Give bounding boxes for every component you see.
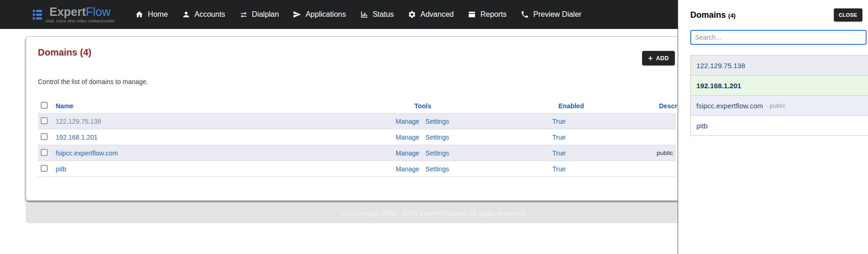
plus-icon: + <box>648 55 653 62</box>
domain-search-input[interactable] <box>690 30 867 45</box>
add-button[interactable]: + ADD <box>642 51 675 65</box>
nav-item-label: Accounts <box>195 10 225 19</box>
domains-card: Domains (4) + ADD Control the list of do… <box>26 36 687 201</box>
domain-switcher-panel: Domains (4) CLOSE 122.129.75.138 192.168… <box>678 0 868 254</box>
phone-icon <box>521 10 529 19</box>
exchange-arrows-icon <box>239 10 248 19</box>
home-icon <box>135 10 144 19</box>
window-icon <box>468 10 476 19</box>
nav-item-label: Advanced <box>420 10 454 19</box>
description-cell: public <box>655 149 676 156</box>
nav-item-applications[interactable]: Applications <box>293 10 346 19</box>
column-header-name: Name <box>56 102 396 110</box>
row-checkbox[interactable] <box>41 117 48 124</box>
nav-item-home[interactable]: Home <box>135 10 168 19</box>
domain-name-link[interactable]: pitb <box>56 165 396 173</box>
panel-count: (4) <box>728 12 736 19</box>
panel-header: Domains (4) CLOSE <box>690 8 862 21</box>
page-subtitle: Control the list of domains to manage. <box>38 78 148 85</box>
settings-link[interactable]: Settings <box>426 165 449 173</box>
brand-tagline: chat, voice and video contactcenter <box>45 19 115 23</box>
settings-link[interactable]: Settings <box>426 149 449 157</box>
column-header-enabled: Enabled <box>552 102 655 110</box>
nav-menu: Home Accounts Dialplan Applications Stat… <box>135 10 581 19</box>
nav-item-dialplan[interactable]: Dialplan <box>239 10 279 19</box>
nav-item-label: Status <box>373 10 394 19</box>
domain-list-item[interactable]: fsipcc.expertflow.com - public <box>691 96 868 116</box>
nav-item-label: Dialplan <box>252 10 279 19</box>
nav-item-label: Reports <box>480 10 506 19</box>
domain-list-item-selected[interactable]: 192.168.1.201 <box>691 76 868 96</box>
domain-list-item-label: pitb <box>696 122 708 130</box>
copyright-text: © Copyright 2008 - 2024 expertflow.com A… <box>341 209 526 217</box>
row-checkbox[interactable] <box>41 149 48 156</box>
paper-plane-icon <box>293 10 301 19</box>
nav-item-reports[interactable]: Reports <box>468 10 506 19</box>
manage-link[interactable]: Manage <box>396 118 420 125</box>
table-row: pitb Manage Settings True <box>38 161 676 177</box>
nav-item-preview-dialer[interactable]: Preview Dialer <box>521 10 581 19</box>
domain-list-item[interactable]: pitb <box>691 116 868 136</box>
domains-table: Name Tools Enabled Description 122.129.7… <box>38 99 676 177</box>
domain-list: 122.129.75.138 192.168.1.201 fsipcc.expe… <box>690 55 868 136</box>
brand-list-icon <box>33 10 42 20</box>
nav-item-accounts[interactable]: Accounts <box>182 10 225 19</box>
page-title: Domains (4) <box>38 47 91 58</box>
domain-list-item-label: fsipcc.expertflow.com <box>696 102 763 110</box>
column-header-tools: Tools <box>396 102 552 110</box>
domain-list-item-label: 192.168.1.201 <box>696 82 741 90</box>
brand-name-secondary: Flow <box>86 5 111 18</box>
manage-link[interactable]: Manage <box>396 134 420 141</box>
enabled-link[interactable]: True <box>552 165 655 173</box>
nav-item-label: Applications <box>305 10 346 19</box>
manage-link[interactable]: Manage <box>396 149 420 157</box>
select-all-checkbox[interactable] <box>41 102 48 109</box>
add-button-label: ADD <box>656 55 669 62</box>
nav-item-advanced[interactable]: Advanced <box>408 10 454 19</box>
manage-link[interactable]: Manage <box>396 165 420 173</box>
domain-list-item-suffix: - public <box>766 102 786 109</box>
nav-item-status[interactable]: Status <box>360 10 394 19</box>
enabled-link[interactable]: True <box>552 118 655 125</box>
brand-name-primary: Expert <box>50 5 86 18</box>
table-row: fsipcc.expertflow.com Manage Settings Tr… <box>38 145 676 161</box>
domain-list-item-label: 122.129.75.138 <box>696 62 745 70</box>
bar-chart-icon <box>360 10 369 19</box>
settings-link[interactable]: Settings <box>426 134 449 141</box>
table-header-row: Name Tools Enabled Description <box>38 99 676 113</box>
panel-title: Domains (4) <box>690 10 736 20</box>
nav-item-label: Preview Dialer <box>533 10 581 19</box>
domain-list-item[interactable]: 122.129.75.138 <box>691 56 868 76</box>
settings-link[interactable]: Settings <box>426 118 449 125</box>
enabled-link[interactable]: True <box>552 134 655 141</box>
table-row: 192.168.1.201 Manage Settings True <box>38 129 676 145</box>
enabled-link[interactable]: True <box>552 149 655 157</box>
row-checkbox[interactable] <box>41 133 48 140</box>
table-row: 122.129.75.138 Manage Settings True <box>38 113 676 129</box>
gear-icon <box>408 10 416 19</box>
domain-name-link[interactable]: 192.168.1.201 <box>56 134 396 141</box>
close-button[interactable]: CLOSE <box>834 8 862 21</box>
nav-item-label: Home <box>148 10 168 19</box>
user-icon <box>182 10 190 19</box>
brand-logo[interactable]: ExpertFlow chat, voice and video contact… <box>33 6 115 23</box>
domain-name-link[interactable]: 122.129.75.138 <box>56 118 396 125</box>
domain-name-link[interactable]: fsipcc.expertflow.com <box>56 149 396 157</box>
row-checkbox[interactable] <box>41 165 48 172</box>
